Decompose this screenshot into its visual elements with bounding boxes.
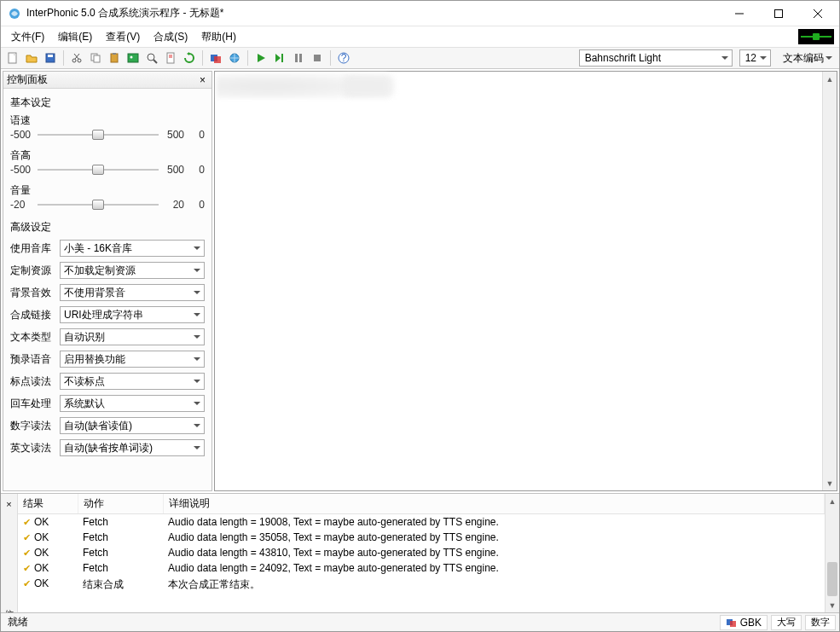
- link-select[interactable]: URI处理成字符串: [60, 306, 205, 323]
- open-file-icon[interactable]: [23, 49, 40, 67]
- dropdown-arrow-icon: [826, 56, 832, 60]
- link-row: 合成链接 URI处理成字符串: [10, 306, 205, 323]
- voice-value: 小美 - 16K音库: [64, 241, 132, 256]
- cell-detail: Audio data length = 24092, Text = maybe …: [163, 560, 825, 576]
- status-bar: 就绪 GBK 大写 数字: [1, 612, 839, 631]
- save-icon[interactable]: [42, 49, 59, 67]
- table-row[interactable]: ✔ OKFetchAudio data length = 35058, Text…: [18, 530, 825, 545]
- menu-help[interactable]: 帮助(H): [194, 27, 243, 47]
- status-num[interactable]: 数字: [805, 615, 836, 630]
- document-icon[interactable]: [162, 49, 179, 67]
- voice-select[interactable]: 小美 - 16K音库: [60, 240, 205, 257]
- speed-slider[interactable]: [38, 128, 159, 142]
- prerec-value: 启用替换功能: [64, 352, 125, 367]
- dropdown-arrow-icon: [194, 269, 200, 272]
- table-row[interactable]: ✔ OKFetchAudio data length = 19008, Text…: [18, 514, 825, 531]
- app-icon: [8, 7, 21, 20]
- prerec-label: 预录语音: [10, 352, 56, 367]
- title-bar: InterPhonic 5.0 合成系统演示程序 - 无标题*: [1, 1, 839, 26]
- volume-min: -20: [10, 199, 34, 211]
- enter-select[interactable]: 系统默认: [60, 395, 205, 412]
- svg-rect-29: [314, 55, 321, 61]
- status-encoding-value: GBK: [740, 617, 762, 629]
- close-button[interactable]: [798, 1, 837, 26]
- number-label: 数字读法: [10, 419, 56, 433]
- menu-file[interactable]: 文件(F): [4, 27, 51, 47]
- output-table: 结果 动作 详细说明 ✔ OKFetchAudio data length = …: [18, 494, 825, 612]
- table-row[interactable]: ✔ OK结束合成本次合成正常结束。: [18, 576, 825, 594]
- svg-rect-13: [94, 55, 100, 62]
- paste-icon[interactable]: [106, 49, 123, 67]
- cell-result: ✔ OK: [18, 545, 78, 560]
- advanced-section-title: 高级设定: [10, 220, 205, 235]
- refresh-icon[interactable]: [181, 49, 198, 67]
- scroll-down-icon[interactable]: ▼: [823, 476, 837, 490]
- prerec-select[interactable]: 启用替换功能: [60, 351, 205, 368]
- output-close-icon[interactable]: ×: [4, 497, 13, 511]
- zoom-icon[interactable]: [143, 49, 160, 67]
- svg-point-8: [72, 59, 76, 62]
- svg-point-18: [148, 54, 154, 61]
- pitch-slider[interactable]: [38, 163, 159, 177]
- globe-icon[interactable]: [226, 49, 243, 67]
- output-tab[interactable]: × 信息输出: [1, 494, 18, 612]
- play-icon[interactable]: [252, 49, 269, 67]
- status-encoding[interactable]: GBK: [720, 615, 768, 630]
- cut-icon[interactable]: [68, 49, 85, 67]
- stop-icon[interactable]: [309, 49, 326, 67]
- menu-view[interactable]: 查看(V): [99, 27, 147, 47]
- maximize-button[interactable]: [759, 1, 798, 26]
- minimize-button[interactable]: [720, 1, 759, 26]
- check-icon: ✔: [23, 563, 31, 574]
- svg-rect-27: [295, 54, 298, 62]
- custom-select[interactable]: 不加载定制资源: [60, 262, 205, 279]
- menu-edit[interactable]: 编辑(E): [51, 27, 99, 47]
- text-editor[interactable]: [215, 72, 822, 490]
- help-icon[interactable]: ?: [335, 49, 352, 67]
- translate-icon[interactable]: [207, 49, 224, 67]
- volume-value: 0: [188, 199, 205, 211]
- bgm-select[interactable]: 不使用背景音: [60, 284, 205, 301]
- image-icon[interactable]: [125, 49, 142, 67]
- svg-point-9: [78, 59, 81, 62]
- table-row[interactable]: ✔ OKFetchAudio data length = 24092, Text…: [18, 560, 825, 576]
- new-file-icon[interactable]: [4, 49, 21, 67]
- encoding-select[interactable]: 文本编码: [778, 49, 836, 67]
- scroll-down-icon[interactable]: ▼: [826, 598, 839, 612]
- col-result[interactable]: 结果: [18, 494, 78, 514]
- editor-scrollbar[interactable]: ▲ ▼: [822, 72, 837, 490]
- enter-row: 回车处理 系统默认: [10, 395, 205, 412]
- scroll-up-icon[interactable]: ▲: [823, 72, 837, 86]
- cell-result: ✔ OK: [18, 576, 78, 591]
- play-all-icon[interactable]: [271, 49, 288, 67]
- panel-close-icon[interactable]: ×: [197, 74, 208, 86]
- english-label: 英文读法: [10, 441, 56, 455]
- dropdown-arrow-icon: [194, 313, 200, 316]
- table-row[interactable]: ✔ OKFetchAudio data length = 43810, Text…: [18, 545, 825, 560]
- menu-synth[interactable]: 合成(S): [147, 27, 194, 47]
- enter-value: 系统默认: [64, 397, 105, 411]
- status-caps[interactable]: 大写: [771, 615, 802, 630]
- redacted-text: [343, 75, 394, 97]
- english-value: 自动(缺省按单词读): [64, 441, 153, 455]
- col-action[interactable]: 动作: [78, 494, 163, 514]
- type-select[interactable]: 自动识别: [60, 328, 205, 345]
- pause-icon[interactable]: [290, 49, 307, 67]
- col-detail[interactable]: 详细说明: [163, 494, 825, 514]
- link-value: URI处理成字符串: [64, 308, 143, 322]
- output-scrollbar[interactable]: ▲ ▼: [825, 494, 839, 612]
- volume-max: 20: [162, 199, 184, 211]
- number-select[interactable]: 自动(缺省读值): [60, 417, 205, 434]
- copy-icon[interactable]: [87, 49, 104, 67]
- font-size-select[interactable]: 12: [739, 49, 771, 67]
- punct-label: 标点读法: [10, 374, 56, 389]
- voice-row: 使用音库 小美 - 16K音库: [10, 240, 205, 257]
- english-select[interactable]: 自动(缺省按单词读): [60, 439, 205, 456]
- output-panel: × 信息输出 结果 动作 详细说明 ✔ OKFetchAudio data le…: [1, 493, 839, 612]
- volume-slider[interactable]: [38, 198, 159, 212]
- scroll-up-icon[interactable]: ▲: [826, 494, 839, 508]
- font-select[interactable]: Bahnschrift Light: [579, 49, 733, 67]
- link-label: 合成链接: [10, 308, 56, 322]
- custom-row: 定制资源 不加载定制资源: [10, 262, 205, 279]
- punct-select[interactable]: 不读标点: [60, 373, 205, 390]
